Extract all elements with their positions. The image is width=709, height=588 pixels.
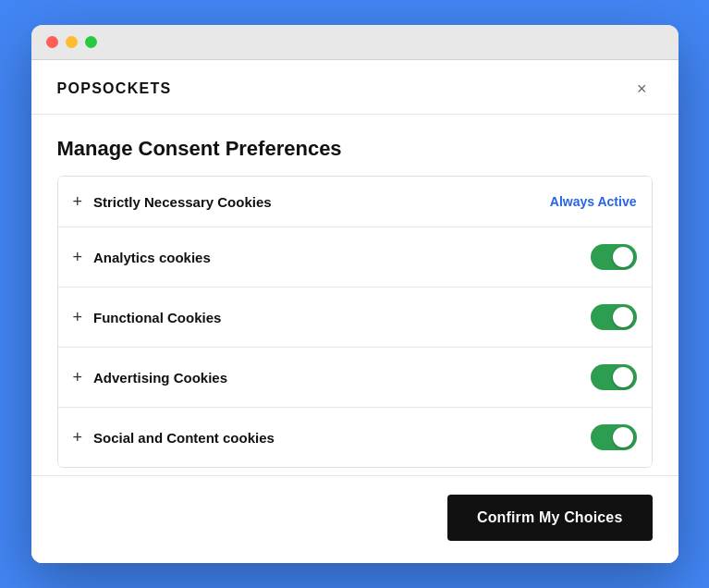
toggle-thumb-analytics: [613, 247, 633, 267]
cookie-label-analytics: Analytics cookies: [93, 250, 211, 265]
toggle-track-analytics: [591, 244, 637, 270]
cookie-left-social: + Social and Content cookies: [73, 429, 275, 446]
expand-icon-advertising[interactable]: +: [73, 369, 83, 386]
cookie-left-advertising: + Advertising Cookies: [73, 369, 228, 386]
cookie-label-social: Social and Content cookies: [93, 430, 275, 446]
toggle-track-social: [591, 424, 637, 450]
cookie-label-functional: Functional Cookies: [93, 310, 221, 325]
expand-icon-social[interactable]: +: [73, 429, 83, 446]
expand-icon-strictly-necessary[interactable]: +: [73, 193, 83, 210]
titlebar: [31, 25, 678, 60]
cookie-row-advertising: + Advertising Cookies: [58, 348, 652, 408]
consent-list: + Strictly Necessary Cookies Always Acti…: [31, 176, 678, 475]
toggle-thumb-advertising: [613, 367, 633, 387]
toggle-track-functional: [591, 304, 637, 330]
brand-name: POPSOCKETS: [57, 80, 172, 97]
cookie-label-strictly-necessary: Strictly Necessary Cookies: [93, 194, 272, 210]
toggle-social[interactable]: [591, 424, 637, 450]
modal-footer: Confirm My Choices: [31, 475, 678, 563]
toggle-functional[interactable]: [591, 304, 637, 330]
toggle-thumb-functional: [613, 307, 633, 327]
toggle-track-advertising: [591, 364, 637, 390]
toggle-thumb-social: [613, 427, 633, 447]
expand-icon-analytics[interactable]: +: [73, 249, 83, 265]
modal-header: POPSOCKETS ×: [31, 60, 678, 115]
close-button[interactable]: ×: [631, 79, 653, 99]
close-dot[interactable]: [46, 36, 58, 48]
cookie-row-social: + Social and Content cookies: [58, 408, 652, 467]
cookie-left-functional: + Functional Cookies: [73, 309, 222, 325]
always-active-label: Always Active: [550, 194, 637, 209]
cookie-left-strictly-necessary: + Strictly Necessary Cookies: [73, 193, 272, 210]
cookie-row-functional: + Functional Cookies: [58, 288, 652, 348]
cookie-label-advertising: Advertising Cookies: [93, 370, 227, 386]
toggle-analytics[interactable]: [591, 244, 637, 270]
modal-body: POPSOCKETS × Manage Consent Preferences …: [31, 60, 678, 563]
minimize-dot[interactable]: [66, 36, 78, 48]
cookie-row-analytics: + Analytics cookies: [58, 227, 652, 288]
consent-list-inner: + Strictly Necessary Cookies Always Acti…: [57, 176, 653, 468]
cookie-left-analytics: + Analytics cookies: [73, 249, 211, 265]
cookie-row-strictly-necessary: + Strictly Necessary Cookies Always Acti…: [58, 177, 652, 227]
consent-title: Manage Consent Preferences: [31, 115, 678, 176]
maximize-dot[interactable]: [85, 36, 97, 48]
modal-window: POPSOCKETS × Manage Consent Preferences …: [31, 25, 678, 563]
expand-icon-functional[interactable]: +: [73, 309, 83, 325]
toggle-advertising[interactable]: [591, 364, 637, 390]
confirm-button[interactable]: Confirm My Choices: [447, 495, 653, 541]
